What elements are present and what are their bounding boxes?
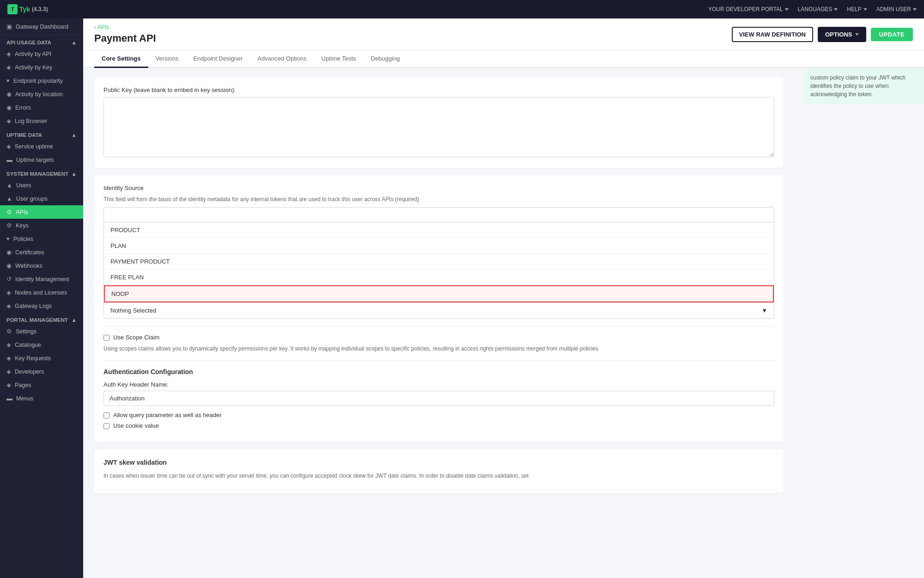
sidebar-item-key-requests[interactable]: ◈ Key Requests [0, 351, 83, 365]
public-key-label: Public Key (leave blank to embed in key … [103, 86, 774, 93]
dropdown-option-free-plan[interactable]: FREE PLAN [104, 270, 774, 285]
endpoint-icon: ▾ [6, 77, 10, 84]
sidebar-item-pages[interactable]: ◈ Pages [0, 378, 83, 392]
auth-config-title: Authentication Configuration [103, 368, 774, 375]
dropdown-option-noop[interactable]: NOOP [104, 285, 774, 302]
sidebar-item-menus[interactable]: ▬ Menus [0, 392, 83, 405]
use-scope-claim-label[interactable]: Use Scope Claim [113, 334, 159, 341]
sidebar-item-service-uptime[interactable]: ◈ Service uptime [0, 140, 83, 153]
view-raw-button[interactable]: VIEW RAW DEFINITION [732, 27, 813, 42]
sidebar-item-keys[interactable]: ⚙ Keys [0, 219, 83, 232]
page-header-left: ‹ APIs Payment API [94, 24, 156, 44]
sidebar-item-user-groups[interactable]: ▲ User groups [0, 192, 83, 205]
pages-icon: ◈ [6, 381, 11, 388]
tab-advanced-options[interactable]: Advanced Options [250, 50, 314, 68]
identity-source-section: Identity Source This field will form the… [94, 175, 784, 442]
collapse-icon: ▲ [72, 40, 77, 45]
identity-source-container: PRODUCT PLAN PAYMENT PRODUCT FREE PLAN N… [103, 207, 774, 319]
sidebar-item-endpoint-popularity[interactable]: ▾ Endpoint popularity [0, 74, 83, 87]
sidebar-item-users[interactable]: ▲ Users [0, 178, 83, 192]
jwt-skew-section: JWT skew validation In cases when issuer… [94, 449, 784, 493]
dropdown-option-product[interactable]: PRODUCT [104, 222, 774, 238]
help-nav[interactable]: HELP [847, 6, 867, 12]
identity-source-label: Identity Source [103, 184, 774, 191]
allow-query-param-row: Allow query parameter as well as header [103, 412, 774, 418]
page-title: Payment API [94, 32, 156, 44]
sidebar-item-activity-key[interactable]: ◈ Activity by Key [0, 61, 83, 74]
admin-chevron-icon [913, 8, 917, 11]
sidebar-item-developers[interactable]: ◈ Developers [0, 365, 83, 378]
top-nav-right: YOUR DEVELOPER PORTAL LANGUAGES HELP ADM… [708, 6, 917, 12]
sidebar-item-settings[interactable]: ⚙ Settings [0, 325, 83, 338]
auth-key-header-label: Auth Key Header Name: [103, 381, 774, 388]
dropdown-option-plan[interactable]: PLAN [104, 238, 774, 254]
service-uptime-icon: ◈ [6, 143, 11, 150]
sidebar-item-policies[interactable]: ▾ Policies [0, 232, 83, 246]
allow-query-param-checkbox[interactable] [103, 412, 109, 418]
sidebar-item-log-browser[interactable]: ◈ Log Browser [0, 114, 83, 128]
tab-core-settings[interactable]: Core Settings [94, 50, 148, 68]
tab-versions[interactable]: Versions [148, 50, 186, 68]
sidebar-item-webhooks[interactable]: ◉ Webhooks [0, 259, 83, 272]
sidebar-item-nodes-licenses[interactable]: ◈ Nodes and Licenses [0, 286, 83, 299]
scope-claim-description: Using scopes claims allows you to dynami… [103, 344, 774, 353]
sidebar-item-gateway-dashboard[interactable]: ▣ Gateway Dashboard [0, 18, 83, 35]
use-cookie-row: Use cookie value [103, 422, 774, 429]
divider [103, 326, 774, 326]
public-key-section: Public Key (leave blank to embed in key … [94, 77, 784, 168]
sidebar: ▣ Gateway Dashboard API Usage Data ▲ ◈ A… [0, 18, 83, 578]
dashboard-icon: ▣ [6, 23, 12, 30]
dropdown-chevron-icon: ▼ [761, 307, 767, 314]
sidebar-section-system[interactable]: System Management ▲ [0, 166, 83, 178]
sidebar-item-uptime-targets[interactable]: ▬ Uptime targets [0, 153, 83, 166]
sidebar-section-uptime[interactable]: Uptime Data ▲ [0, 128, 83, 140]
sidebar-item-apis[interactable]: ⚙ APIs [0, 205, 83, 219]
user-groups-icon: ▲ [6, 195, 12, 202]
sidebar-item-activity-api[interactable]: ◈ Activity by API [0, 47, 83, 61]
uptime-targets-icon: ▬ [6, 156, 12, 163]
dropdown-option-payment-product[interactable]: PAYMENT PRODUCT [104, 254, 774, 270]
update-button[interactable]: UPDATE [871, 28, 913, 41]
sidebar-item-catalogue[interactable]: ◈ Catalogue [0, 338, 83, 351]
tab-uptime-tests[interactable]: Uptime Tests [314, 50, 364, 68]
users-icon: ▲ [6, 182, 12, 189]
use-cookie-checkbox[interactable] [103, 423, 109, 429]
sidebar-item-errors[interactable]: ◉ Errors [0, 101, 83, 114]
identity-source-search[interactable] [103, 207, 774, 222]
portal-collapse-icon: ▲ [72, 317, 77, 323]
languages-nav[interactable]: LANGUAGES [798, 6, 838, 12]
allow-query-param-label[interactable]: Allow query parameter as well as header [113, 412, 222, 418]
public-key-textarea[interactable] [103, 97, 774, 157]
app-name: Tyk [19, 6, 30, 13]
options-button[interactable]: OPTIONS [818, 27, 866, 42]
use-cookie-label[interactable]: Use cookie value [113, 422, 159, 429]
tab-debugging[interactable]: Debugging [364, 50, 407, 68]
settings-icon: ⚙ [6, 328, 12, 335]
tyk-logo: T Tyk (4.3.3) [7, 4, 48, 14]
help-chevron-icon [863, 8, 867, 11]
jwt-skew-desc: In cases when issuer time can be out of … [103, 472, 774, 480]
info-box-text: custom policy claim to your JWT which id… [810, 74, 906, 98]
breadcrumb-apis-link[interactable]: APIs [97, 24, 109, 31]
identity-source-desc: This field will form the basis of the id… [103, 195, 774, 203]
sidebar-section-api-usage[interactable]: API Usage Data ▲ [0, 35, 83, 47]
dropdown-selected-value[interactable]: Nothing Selected ▼ [103, 303, 774, 319]
policies-icon: ▾ [6, 235, 10, 242]
sidebar-item-activity-location[interactable]: ◉ Activity by location [0, 87, 83, 101]
sidebar-item-gateway-logs[interactable]: ◈ Gateway Logs [0, 299, 83, 313]
languages-chevron-icon [834, 8, 838, 11]
uptime-collapse-icon: ▲ [72, 132, 77, 138]
sidebar-item-identity-management[interactable]: ↺ Identity Management [0, 272, 83, 286]
nodes-icon: ◈ [6, 289, 11, 296]
admin-user-nav[interactable]: ADMIN USER [876, 6, 917, 12]
sidebar-section-portal[interactable]: Portal Management ▲ [0, 313, 83, 325]
auth-key-header-input[interactable]: Authorization [103, 391, 774, 406]
app-version: (4.3.3) [32, 6, 48, 12]
webhooks-icon: ◉ [6, 262, 12, 269]
developer-portal-nav[interactable]: YOUR DEVELOPER PORTAL [708, 6, 789, 12]
sidebar-item-certificates[interactable]: ◉ Certificates [0, 246, 83, 259]
use-scope-claim-checkbox[interactable] [103, 335, 109, 341]
main-layout: ▣ Gateway Dashboard API Usage Data ▲ ◈ A… [0, 18, 924, 578]
tab-endpoint-designer[interactable]: Endpoint Designer [186, 50, 250, 68]
breadcrumb[interactable]: ‹ APIs [94, 24, 156, 31]
